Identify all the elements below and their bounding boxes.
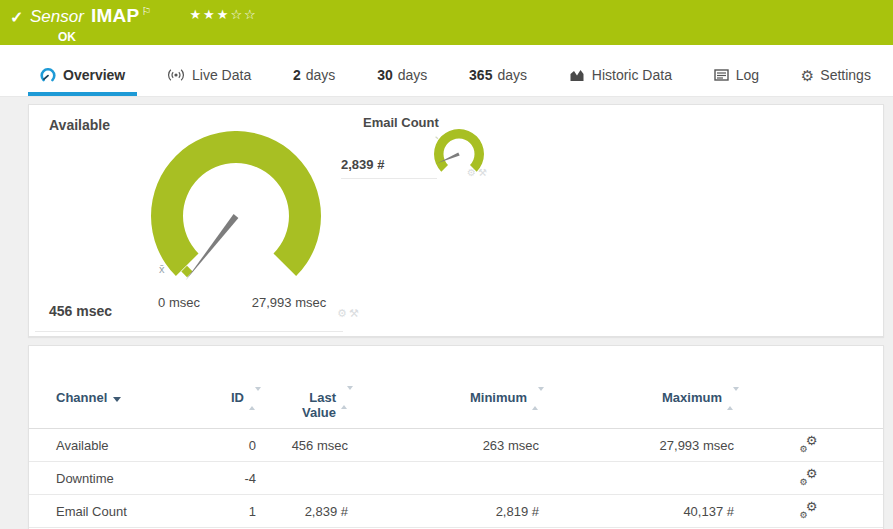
- channel-minimum: 263 msec: [348, 438, 539, 453]
- column-header-minimum[interactable]: Minimum: [348, 390, 539, 406]
- channel-settings-icon[interactable]: ⚙⚙: [800, 437, 818, 453]
- tools-icon[interactable]: ⚒: [478, 167, 489, 178]
- channel-last-value: 456 msec: [256, 438, 348, 453]
- tab-log[interactable]: Log: [702, 67, 771, 96]
- table-row: Available 0 456 msec 263 msec 27,993 mse…: [29, 429, 883, 462]
- channel-last-value: 2,839 #: [256, 504, 348, 519]
- tab-live-data[interactable]: Live Data: [155, 67, 263, 96]
- status-check-icon: ✓: [10, 8, 23, 27]
- available-gauge: [151, 131, 321, 291]
- column-header-last-value[interactable]: Last Value: [256, 390, 348, 420]
- channel-settings-icon[interactable]: ⚙⚙: [800, 470, 818, 486]
- sort-icon: [727, 391, 734, 406]
- channel-name: Email Count: [29, 504, 226, 519]
- tab-settings[interactable]: ⚙ Settings: [789, 67, 883, 96]
- channel-name: Downtime: [29, 471, 226, 486]
- channel-id: 0: [226, 438, 256, 453]
- table-row: Downtime -4 ⚙⚙: [29, 462, 883, 495]
- log-list-icon: [714, 69, 729, 81]
- tab-label: days: [306, 67, 336, 83]
- gear-icon[interactable]: ⚙: [467, 167, 478, 178]
- channel-maximum: 27,993 msec: [539, 438, 734, 453]
- table-header-row: Channel ID Last Value Minimum Maximum: [29, 346, 883, 429]
- tab-label: days: [497, 67, 527, 83]
- sensor-name: IMAP: [91, 5, 140, 27]
- area-chart-icon: [569, 69, 585, 82]
- tab-label: Live Data: [192, 67, 251, 83]
- gauge-email-label: Email Count: [363, 115, 439, 130]
- prtg-sensor-page: ✓ Sensor IMAP ⚐ ★★★☆☆ OK Overview: [0, 0, 893, 529]
- tab-prefix: 30: [377, 67, 393, 83]
- column-header-channel[interactable]: Channel: [29, 390, 226, 405]
- column-header-maximum[interactable]: Maximum: [539, 390, 734, 406]
- tab-prefix: 2: [293, 67, 301, 83]
- tab-bar: Overview Live Data 2 days 30 days: [0, 45, 893, 97]
- channel-table-panel: Channel ID Last Value Minimum Maximum Av…: [28, 345, 884, 529]
- tab-label: Overview: [63, 67, 125, 83]
- tab-historic-data[interactable]: Historic Data: [557, 67, 684, 96]
- sort-icon: [341, 390, 348, 420]
- divider: [35, 331, 343, 332]
- channel-minimum: 2,819 #: [348, 504, 539, 519]
- tab-prefix: 365: [469, 67, 492, 83]
- flag-icon[interactable]: ⚐: [142, 5, 152, 18]
- tab-label: Historic Data: [592, 67, 672, 83]
- tab-overview[interactable]: Overview: [28, 67, 137, 96]
- sensor-type-label: Sensor: [30, 7, 84, 27]
- divider: [341, 178, 437, 179]
- gauge-email-value: 2,839 #: [341, 157, 384, 172]
- sensor-header: ✓ Sensor IMAP ⚐ ★★★☆☆ OK: [0, 0, 893, 45]
- gauge-available-label: Available: [49, 117, 110, 133]
- tab-label: Log: [736, 67, 759, 83]
- sort-icon: [249, 391, 256, 406]
- tab-30-days[interactable]: 30 days: [365, 67, 439, 96]
- column-header-id[interactable]: ID: [226, 390, 256, 406]
- gauge-icon: [40, 68, 56, 83]
- tab-label: Settings: [820, 67, 871, 83]
- channel-id: 1: [226, 504, 256, 519]
- gauge-scale-min: 0 msec: [149, 295, 209, 310]
- status-badge: OK: [58, 30, 883, 44]
- gear-icon[interactable]: ⚙: [337, 307, 349, 319]
- gear-icon: ⚙: [801, 68, 814, 83]
- priority-stars[interactable]: ★★★☆☆: [189, 7, 257, 22]
- gauge-settings-icons[interactable]: ⚙⚒: [337, 307, 361, 320]
- mean-marker-icon: x̄: [159, 263, 165, 275]
- tab-2-days[interactable]: 2 days: [281, 67, 347, 96]
- sort-desc-icon: [113, 397, 121, 402]
- broadcast-icon: [167, 68, 185, 82]
- gauge-available-value: 456 msec: [49, 303, 112, 319]
- table-row: Email Count 1 2,839 # 2,819 # 40,137 # ⚙…: [29, 495, 883, 528]
- tab-label: days: [398, 67, 428, 83]
- channel-name: Available: [29, 438, 226, 453]
- channel-settings-icon[interactable]: ⚙⚙: [800, 503, 818, 519]
- channel-maximum: 40,137 #: [539, 504, 734, 519]
- tab-365-days[interactable]: 365 days: [457, 67, 539, 96]
- gauges-panel: Available x̄ 0 msec 27,993 msec 456 msec…: [28, 104, 884, 337]
- gauge-settings-icons[interactable]: ⚙⚒: [467, 167, 489, 178]
- gauge-scale-max: 27,993 msec: [249, 295, 329, 310]
- channel-id: -4: [226, 471, 256, 486]
- tools-icon[interactable]: ⚒: [349, 307, 361, 319]
- sort-icon: [532, 391, 539, 406]
